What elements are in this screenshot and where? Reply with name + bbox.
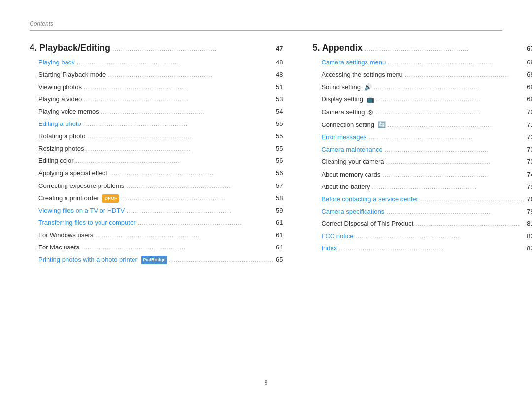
connection-icon: 🔄: [378, 120, 386, 130]
viewing-files-page: 59: [276, 205, 283, 216]
camera-setting-page: 70: [527, 107, 532, 118]
camera-settings-dots: ........................................…: [388, 58, 525, 67]
page-footer: 9: [0, 379, 532, 386]
rotating-page: 55: [276, 131, 283, 142]
windows-dots: ........................................…: [95, 230, 274, 240]
transferring-page: 61: [276, 217, 283, 228]
viewing-photos-row: Viewing photos .........................…: [30, 82, 283, 93]
camera-settings-page: 68: [527, 57, 532, 68]
index-label: Index: [321, 243, 337, 254]
mac-label: For Mac users: [38, 242, 79, 253]
index-dots: ........................................…: [339, 244, 525, 253]
section4-dots: ........................................…: [112, 44, 274, 54]
service-center-dots: ........................................…: [420, 194, 525, 204]
connection-setting-row: Connection setting 🔄 ...................…: [312, 120, 532, 131]
resizing-row: Resizing photos ........................…: [30, 143, 283, 154]
playing-video-page: 53: [276, 94, 283, 105]
accessing-dots: ........................................…: [405, 70, 525, 80]
error-messages-label: Error messages: [321, 132, 366, 143]
display-icon: 📺: [366, 94, 374, 105]
display-setting-row: Display setting 📺 ......................…: [312, 94, 532, 105]
camera-specs-label: Camera specifications: [321, 206, 384, 217]
correcting-row: Correcting exposure problems ...........…: [30, 181, 283, 191]
camera-settings-row: Camera settings menu ...................…: [312, 57, 532, 68]
correcting-label: Correcting exposure problems: [38, 181, 124, 191]
rotating-label: Rotating a photo: [38, 131, 85, 142]
playing-back-row: Playing back ...........................…: [30, 57, 283, 68]
accessing-row: Accessing the settings menu ............…: [312, 69, 532, 80]
page-number: 9: [264, 379, 267, 386]
fcc-notice-row: FCC notice .............................…: [312, 231, 532, 242]
playing-back-page: 48: [276, 57, 283, 68]
service-center-row: Before contacting a service center .....…: [312, 194, 532, 205]
rotating-row: Rotating a photo .......................…: [30, 131, 283, 142]
camera-maintenance-page: 73: [527, 144, 532, 155]
section5-number-title: 5. Appendix: [312, 40, 362, 56]
rotating-dots: ........................................…: [87, 131, 274, 141]
memory-cards-label: About memory cards: [321, 169, 380, 180]
display-setting-dots: ........................................…: [376, 94, 525, 104]
windows-label: For Windows users: [38, 230, 93, 241]
playing-voice-page: 54: [276, 106, 283, 117]
display-setting-page: 69: [527, 94, 532, 105]
correcting-dots: ........................................…: [126, 181, 274, 191]
transferring-dots: ........................................…: [137, 218, 273, 228]
camera-specs-dots: ........................................…: [386, 207, 525, 216]
playing-voice-label: Playing voice memos: [38, 106, 99, 117]
viewing-files-dots: ........................................…: [127, 206, 274, 216]
playing-back-dots: ........................................…: [77, 58, 274, 67]
memory-cards-page: 74: [527, 169, 532, 180]
playing-video-dots: ........................................…: [84, 94, 274, 104]
error-messages-row: Error messages .........................…: [312, 132, 532, 143]
header: Contents: [30, 20, 502, 31]
sound-icon: 🔊: [364, 82, 372, 93]
viewing-files-label: Viewing files on a TV or HDTV: [38, 205, 125, 216]
disposal-page: 81: [527, 218, 532, 229]
printing-page: 65: [276, 254, 283, 265]
index-page: 83: [527, 243, 532, 254]
header-title: Contents: [30, 20, 53, 27]
connection-setting-page: 71: [527, 120, 532, 130]
sound-setting-row: Sound setting 🔊 ........................…: [312, 82, 532, 93]
right-column: 5. Appendix ............................…: [302, 40, 532, 267]
display-setting-label: Display setting 📺: [321, 94, 374, 105]
battery-dots: ........................................…: [372, 182, 525, 192]
resizing-page: 55: [276, 143, 283, 154]
error-messages-dots: ........................................…: [368, 132, 525, 142]
viewing-files-row: Viewing files on a TV or HDTV ..........…: [30, 205, 283, 216]
starting-playback-dots: ........................................…: [108, 70, 274, 80]
section4-title-row: 4. Playback/Editing ....................…: [30, 40, 283, 56]
cleaning-row: Cleaning your camera ...................…: [312, 156, 532, 167]
editing-color-row: Editing color ..........................…: [30, 155, 283, 166]
viewing-photos-dots: ........................................…: [84, 82, 274, 92]
print-order-label: Creating a print order DPOF: [38, 193, 119, 204]
sound-setting-dots: ........................................…: [374, 82, 525, 92]
service-center-page: 76: [527, 194, 532, 205]
battery-page: 75: [527, 182, 532, 192]
camera-setting-row: Camera setting ⚙ .......................…: [312, 107, 532, 118]
editing-photo-label: Editing a photo: [38, 119, 81, 129]
windows-page: 61: [276, 230, 283, 241]
dpof-badge: DPOF: [102, 194, 119, 203]
special-effect-label: Applying a special effect: [38, 168, 107, 179]
viewing-photos-label: Viewing photos: [38, 82, 82, 93]
accessing-label: Accessing the settings menu: [321, 69, 402, 80]
cleaning-page: 73: [527, 156, 532, 167]
section4-number-title: 4. Playback/Editing: [30, 40, 110, 56]
camera-specs-page: 79: [527, 206, 532, 217]
viewing-photos-page: 51: [276, 82, 283, 93]
printing-dots: ........................................…: [169, 255, 274, 265]
camera-maintenance-label: Camera maintenance: [321, 144, 382, 155]
camera-setting-icon: ⚙: [368, 107, 374, 118]
playing-video-label: Playing a video: [38, 94, 82, 105]
fcc-notice-dots: ........................................…: [355, 231, 525, 241]
starting-playback-page: 48: [276, 69, 283, 80]
service-center-label: Before contacting a service center: [321, 194, 418, 205]
connection-setting-dots: ........................................…: [388, 120, 525, 130]
accessing-page: 68: [527, 69, 532, 80]
section5-page: 67: [527, 43, 532, 54]
playing-voice-dots: ........................................…: [101, 107, 274, 117]
mac-dots: ........................................…: [81, 243, 274, 252]
disposal-label: Correct Disposal of This Product: [321, 218, 413, 229]
print-order-row: Creating a print order DPOF ............…: [30, 193, 283, 204]
